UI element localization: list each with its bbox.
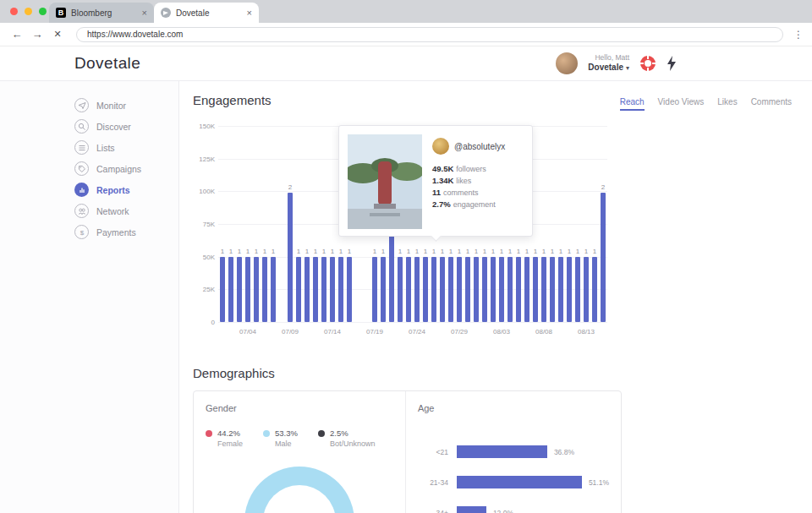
lightning-icon[interactable] <box>667 56 677 71</box>
tab-dovetale[interactable]: Dovetale × <box>154 3 259 23</box>
tab-reach[interactable]: Reach <box>620 97 645 111</box>
bar-slot: 1 <box>294 126 303 322</box>
bar-slot: 107/04 <box>244 126 252 322</box>
age-category-label: <21 <box>418 448 448 456</box>
reach-bar[interactable] <box>254 257 259 322</box>
reach-bar[interactable] <box>448 257 453 322</box>
reach-bar[interactable] <box>550 257 555 322</box>
help-lifering-icon[interactable] <box>639 55 656 72</box>
tab-likes[interactable]: Likes <box>717 97 737 111</box>
reach-bar[interactable] <box>372 257 377 322</box>
gender-donut-chart[interactable] <box>244 467 354 513</box>
reach-bar[interactable] <box>423 257 428 322</box>
reach-bar[interactable] <box>406 257 411 322</box>
tab-comments[interactable]: Comments <box>751 97 792 111</box>
browser-menu-icon[interactable]: ⋮ <box>793 29 804 41</box>
bar-count-label: 1 <box>348 248 351 255</box>
reach-bar[interactable] <box>330 257 335 322</box>
reach-bar[interactable] <box>381 257 386 322</box>
reach-bar[interactable] <box>304 257 310 322</box>
bar-count-label: 1 <box>221 248 224 255</box>
tab-bloomberg[interactable]: B Bloomberg × <box>49 3 154 23</box>
bar-count-label: 1 <box>517 248 520 255</box>
reach-bar[interactable] <box>575 257 580 322</box>
minimize-window-button[interactable] <box>25 8 32 15</box>
url-bar[interactable]: https://www.dovetale.com <box>76 27 783 42</box>
reach-bar[interactable] <box>533 257 538 322</box>
bar-count-label: 2 <box>601 183 605 191</box>
x-axis-tick: 08/03 <box>493 328 510 336</box>
reach-bar[interactable] <box>228 257 233 322</box>
close-window-button[interactable] <box>10 8 18 15</box>
reach-bar[interactable] <box>516 257 521 322</box>
reach-bar[interactable] <box>296 257 301 322</box>
age-row: 34+12.0% <box>418 506 609 513</box>
reach-bar[interactable] <box>584 257 589 322</box>
legend-male: 53.3%Male <box>263 428 298 448</box>
y-axis-label: 50K <box>193 254 215 261</box>
user-avatar[interactable] <box>556 52 578 74</box>
reach-bar[interactable] <box>601 193 606 322</box>
sidebar-item-monitor[interactable]: Monitor <box>0 95 178 116</box>
creator-handle[interactable]: @absolutelyx <box>454 142 505 151</box>
account-menu[interactable]: Hello, Matt Dovetale▾ <box>588 54 629 72</box>
engagements-title: Engagements <box>193 93 272 107</box>
reach-bar[interactable] <box>558 257 563 322</box>
comments-stat: 11comments <box>432 187 505 199</box>
age-value-label: 36.8% <box>554 448 574 456</box>
reach-bar[interactable] <box>457 257 462 322</box>
bar-count-label: 1 <box>491 248 495 255</box>
reach-bar[interactable] <box>431 257 436 322</box>
bar-count-label: 1 <box>238 248 241 255</box>
reach-bar[interactable] <box>245 257 250 322</box>
main-content: Engagements Reach Video Views Likes Comm… <box>179 81 812 513</box>
sidebar-item-network[interactable]: Network <box>0 200 178 221</box>
tag-icon <box>74 161 89 176</box>
tab-close-icon[interactable]: × <box>142 8 147 18</box>
reach-bar[interactable] <box>313 257 318 322</box>
reach-bar[interactable] <box>541 257 546 322</box>
reach-bar[interactable] <box>465 257 470 322</box>
reach-bar[interactable] <box>474 257 479 322</box>
reach-bar[interactable] <box>491 257 496 322</box>
female-dot <box>206 430 212 437</box>
sidebar-item-lists[interactable]: Lists <box>0 137 178 158</box>
sidebar-item-reports[interactable]: Reports <box>0 179 178 200</box>
gender-title: Gender <box>206 403 393 413</box>
tab-close-icon[interactable]: × <box>247 8 252 18</box>
reach-bar[interactable] <box>414 257 420 322</box>
reach-bar[interactable] <box>237 257 242 322</box>
age-bar[interactable] <box>457 506 486 513</box>
reach-bar[interactable] <box>508 257 513 322</box>
dovetale-logo[interactable]: Dovetale <box>74 54 140 73</box>
sidebar-item-discover[interactable]: Discover <box>0 116 178 137</box>
reach-bar[interactable] <box>592 257 597 322</box>
reach-bar[interactable] <box>220 257 225 322</box>
age-bar[interactable] <box>457 445 547 458</box>
reach-bar[interactable] <box>262 257 267 322</box>
reach-bar[interactable] <box>347 257 352 322</box>
reach-bar[interactable] <box>271 257 276 322</box>
maximize-window-button[interactable] <box>39 8 47 15</box>
forward-button[interactable]: → <box>29 28 46 41</box>
dovetale-favicon <box>161 8 171 18</box>
reach-bar[interactable] <box>321 257 326 322</box>
bar-count-label: 1 <box>322 248 326 255</box>
reach-bar[interactable] <box>398 257 403 322</box>
reach-bar[interactable] <box>482 257 487 322</box>
sidebar-item-payments[interactable]: $ Payments <box>0 221 178 243</box>
reach-bar[interactable] <box>440 257 445 322</box>
reach-bar[interactable] <box>338 257 343 322</box>
back-button[interactable]: ← <box>8 28 25 41</box>
bar-count-label: 1 <box>584 248 588 255</box>
bar-slot: 1 <box>320 126 328 322</box>
reach-bar[interactable] <box>524 257 529 322</box>
tab-video-views[interactable]: Video Views <box>658 97 705 111</box>
reach-bar[interactable] <box>288 193 293 322</box>
reach-bar[interactable] <box>567 257 572 322</box>
post-photo[interactable] <box>348 134 422 229</box>
stop-button[interactable]: ✕ <box>49 29 66 40</box>
reach-bar[interactable] <box>499 257 504 322</box>
age-bar[interactable] <box>457 476 582 488</box>
sidebar-item-campaigns[interactable]: Campaigns <box>0 158 178 179</box>
